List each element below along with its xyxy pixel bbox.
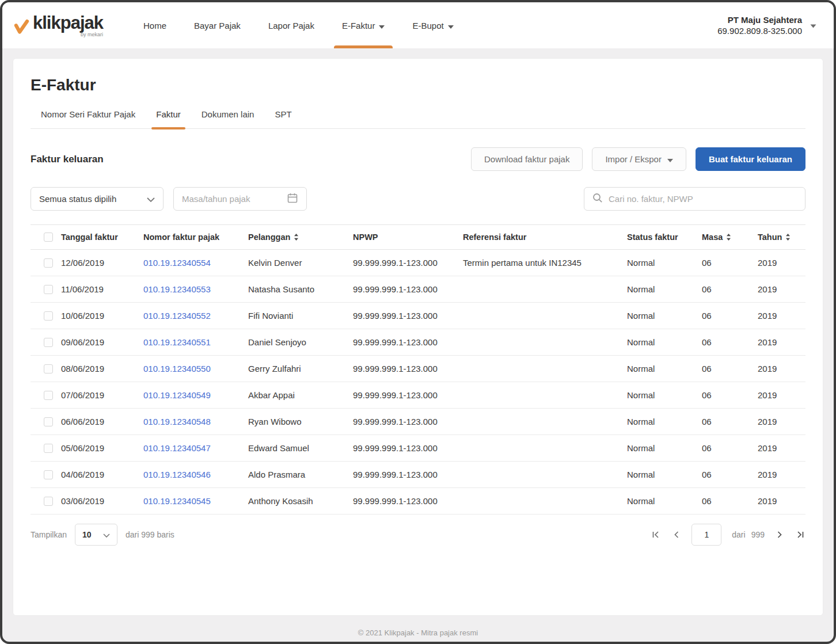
select-all-checkbox[interactable]	[44, 233, 53, 242]
pagination-total-pages: 999	[751, 530, 765, 539]
caret-down-icon	[379, 21, 385, 31]
nomor-faktur-link[interactable]: 010.19.12340546	[143, 470, 211, 479]
tab-faktur[interactable]: Faktur	[146, 109, 191, 128]
pagination-show-label: Tampilkan	[31, 530, 67, 539]
cell-tahun: 2019	[758, 284, 805, 294]
cell-masa: 06	[702, 364, 758, 374]
search-input[interactable]	[609, 194, 797, 204]
previous-page-button[interactable]	[672, 529, 681, 540]
table-row[interactable]: 10/06/2019 010.19.12340552 Fifi Novianti…	[31, 303, 805, 329]
table-row[interactable]: 09/06/2019 010.19.12340551 Daniel Senjoy…	[31, 329, 805, 356]
cell-referensi-faktur: Termin pertama untuk IN12345	[463, 258, 627, 268]
page-size-dropdown[interactable]: 10	[75, 524, 117, 546]
row-checkbox[interactable]	[44, 364, 53, 374]
cell-pelanggan: Natasha Susanto	[248, 284, 353, 294]
cell-masa: 06	[702, 390, 758, 400]
nav-item-bayar-pajak[interactable]: Bayar Pajak	[181, 2, 253, 48]
row-checkbox[interactable]	[44, 497, 53, 506]
nav-item-lapor-pajak[interactable]: Lapor Pajak	[256, 2, 327, 48]
nav-item-home[interactable]: Home	[131, 2, 179, 48]
nomor-faktur-link[interactable]: 010.19.12340553	[143, 284, 211, 294]
row-checkbox[interactable]	[44, 470, 53, 479]
check-logo-icon	[14, 19, 29, 37]
buat-faktur-keluaran-button[interactable]: Buat faktur keluaran	[696, 147, 805, 171]
column-header-npwp[interactable]: NPWP	[353, 233, 463, 242]
footer: © 2021 Klikpajak - Mitra pajak resmi	[2, 616, 834, 644]
cell-pelanggan: Fifi Novianti	[248, 311, 353, 321]
nomor-faktur-link[interactable]: 010.19.12340551	[143, 337, 211, 347]
column-header-masa[interactable]: Masa	[702, 233, 758, 242]
sort-icon[interactable]	[726, 233, 731, 241]
sort-icon[interactable]	[785, 233, 791, 241]
pagination-total-rows: dari 999 baris	[126, 530, 174, 539]
nomor-faktur-link[interactable]: 010.19.12340548	[143, 417, 211, 426]
chevron-down-icon	[103, 530, 110, 539]
table-row[interactable]: 07/06/2019 010.19.12340549 Akbar Appai 9…	[31, 382, 805, 409]
klikpajak-logo[interactable]: klikpajak by mekari	[14, 13, 103, 37]
column-header-referensi-faktur[interactable]: Referensi faktur	[463, 233, 627, 242]
nomor-faktur-link[interactable]: 010.19.12340552	[143, 311, 211, 321]
masa-tahun-pajak-field[interactable]	[173, 187, 307, 211]
cell-tanggal-faktur: 08/06/2019	[61, 364, 143, 374]
masa-tahun-pajak-input[interactable]	[182, 194, 287, 204]
status-filter-value: Semua status dipilih	[39, 194, 116, 204]
nomor-faktur-link[interactable]: 010.19.12340545	[143, 496, 211, 506]
column-header-tanggal-faktur[interactable]: Tanggal faktur	[61, 233, 143, 242]
table-row[interactable]: 06/06/2019 010.19.12340548 Ryan Wibowo 9…	[31, 409, 805, 435]
nav-item-e-faktur[interactable]: E-Faktur	[329, 2, 398, 48]
current-page-input[interactable]	[691, 524, 721, 546]
app-window: klikpajak by mekari Home Bayar Pajak Lap…	[0, 0, 836, 644]
row-checkbox[interactable]	[44, 338, 53, 347]
row-checkbox[interactable]	[44, 285, 53, 294]
tab-dokumen-lain[interactable]: Dokumen lain	[191, 109, 265, 128]
nomor-faktur-link[interactable]: 010.19.12340550	[143, 364, 211, 374]
table-row[interactable]: 04/06/2019 010.19.12340546 Aldo Prasmara…	[31, 462, 805, 488]
brand-name: klikpajak	[33, 13, 103, 33]
cell-npwp: 99.999.999.1-123.000	[353, 364, 463, 374]
table-row[interactable]: 03/06/2019 010.19.12340545 Anthony Kosas…	[31, 488, 805, 515]
cell-status-faktur: Normal	[627, 311, 702, 321]
tab-spt[interactable]: SPT	[264, 109, 302, 128]
account-menu[interactable]: PT Maju Sejahtera 69.902.809.8-325.000	[717, 15, 816, 36]
table-row[interactable]: 12/06/2019 010.19.12340554 Kelvin Denver…	[31, 250, 805, 276]
cell-tahun: 2019	[758, 496, 805, 506]
status-filter-dropdown[interactable]: Semua status dipilih	[31, 187, 164, 211]
cell-tahun: 2019	[758, 311, 805, 321]
cell-npwp: 99.999.999.1-123.000	[353, 470, 463, 479]
column-header-status-faktur[interactable]: Status faktur	[627, 233, 702, 242]
cell-tanggal-faktur: 03/06/2019	[61, 496, 143, 506]
account-npwp: 69.902.809.8-325.000	[717, 26, 802, 36]
cell-pelanggan: Aldo Prasmara	[248, 470, 353, 479]
nav-item-e-bupot[interactable]: E-Bupot	[400, 2, 466, 48]
next-page-button[interactable]	[775, 529, 784, 540]
nomor-faktur-link[interactable]: 010.19.12340554	[143, 258, 211, 268]
table-row[interactable]: 05/06/2019 010.19.12340547 Edward Samuel…	[31, 435, 805, 462]
table-row[interactable]: 08/06/2019 010.19.12340550 Gerry Zulfahr…	[31, 356, 805, 382]
row-checkbox[interactable]	[44, 417, 53, 426]
download-faktur-pajak-button[interactable]: Download faktur pajak	[471, 147, 583, 171]
sort-icon[interactable]	[294, 233, 299, 241]
row-checkbox[interactable]	[44, 311, 53, 321]
row-checkbox[interactable]	[44, 391, 53, 400]
copyright-text: © 2021 Klikpajak - Mitra pajak resmi	[358, 628, 478, 637]
nomor-faktur-link[interactable]: 010.19.12340547	[143, 443, 211, 453]
table-body: 12/06/2019 010.19.12340554 Kelvin Denver…	[31, 250, 805, 515]
cell-tanggal-faktur: 04/06/2019	[61, 470, 143, 479]
cell-tanggal-faktur: 09/06/2019	[61, 337, 143, 347]
nomor-faktur-link[interactable]: 010.19.12340549	[143, 390, 211, 400]
table-row[interactable]: 11/06/2019 010.19.12340553 Natasha Susan…	[31, 276, 805, 303]
last-page-button[interactable]	[795, 529, 805, 540]
column-header-nomor-faktur-pajak[interactable]: Nomor faktur pajak	[143, 233, 248, 242]
cell-masa: 06	[702, 470, 758, 479]
search-field[interactable]	[584, 187, 805, 211]
impor-ekspor-button[interactable]: Impor / Ekspor	[592, 147, 686, 171]
column-header-tahun[interactable]: Tahun	[758, 233, 805, 242]
cell-status-faktur: Normal	[627, 258, 702, 268]
column-header-pelanggan[interactable]: Pelanggan	[248, 233, 353, 242]
first-page-button[interactable]	[651, 529, 662, 540]
cell-tanggal-faktur: 10/06/2019	[61, 311, 143, 321]
nav-label: Bayar Pajak	[194, 21, 241, 31]
tab-nomor-seri-faktur-pajak[interactable]: Nomor Seri Faktur Pajak	[31, 109, 146, 128]
row-checkbox[interactable]	[44, 258, 53, 268]
row-checkbox[interactable]	[44, 444, 53, 453]
